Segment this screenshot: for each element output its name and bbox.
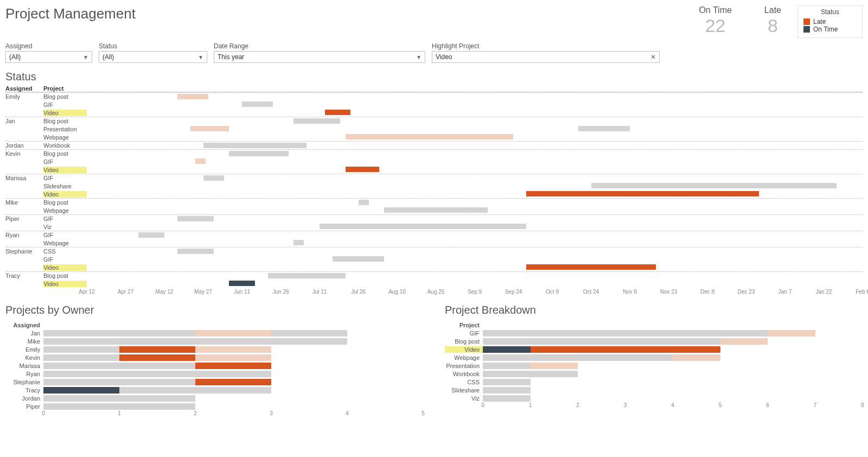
bar-segment[interactable] xyxy=(195,346,271,353)
bar-segment[interactable] xyxy=(119,387,271,393)
gantt-project-cell: Blog post xyxy=(43,118,87,124)
gantt-bar[interactable] xyxy=(346,134,514,139)
gantt-bar[interactable] xyxy=(177,94,208,99)
gantt-row: GIF xyxy=(5,157,863,166)
bar-segment[interactable] xyxy=(720,338,768,345)
gantt-bar[interactable] xyxy=(578,126,630,131)
bar-segment[interactable] xyxy=(483,354,673,361)
gantt-bar[interactable] xyxy=(177,216,214,221)
bar-row: Blog post xyxy=(445,337,863,345)
bar-segment[interactable] xyxy=(195,354,271,361)
gantt-bar[interactable] xyxy=(346,167,379,172)
bar-row: Ryan xyxy=(5,370,423,378)
bar-segment[interactable] xyxy=(531,363,578,369)
bar-segment[interactable] xyxy=(43,387,119,393)
bar-segment[interactable] xyxy=(673,354,720,361)
bar-segment[interactable] xyxy=(43,371,271,377)
axis-tick: Oct 9 xyxy=(546,289,559,295)
gantt-bar[interactable] xyxy=(526,264,655,270)
bar-row: Viz xyxy=(445,394,863,402)
filter-status-select[interactable]: (All) ▼ xyxy=(99,51,207,63)
projects-by-owner-chart[interactable]: Assigned JanMikeEmilyKevinMarissaRyanSte… xyxy=(5,319,423,420)
gantt-project-cell: Viz xyxy=(43,224,87,230)
chevron-down-icon: ▼ xyxy=(83,54,88,60)
projects-by-owner-title: Projects by Owner xyxy=(5,299,423,319)
bar-row-label: Ryan xyxy=(5,371,43,377)
bar-segment[interactable] xyxy=(43,379,195,385)
gantt-bar[interactable] xyxy=(195,158,206,164)
bar-segment[interactable] xyxy=(195,330,271,337)
bar-segment[interactable] xyxy=(531,346,720,353)
filter-assigned-select[interactable]: (All) ▼ xyxy=(5,51,92,63)
clear-icon[interactable]: ✕ xyxy=(650,53,656,61)
gantt-bar[interactable] xyxy=(229,151,289,156)
gantt-project-cell: Webpage xyxy=(43,134,87,141)
gantt-bar[interactable] xyxy=(268,273,346,278)
bar-segment[interactable] xyxy=(43,346,119,353)
gantt-bar[interactable] xyxy=(359,200,369,205)
gantt-bar[interactable] xyxy=(242,101,273,107)
filter-assigned-value: (All) xyxy=(9,53,21,61)
bar-row-label: Piper xyxy=(5,403,43,410)
gantt-project-cell: GIF xyxy=(43,215,87,222)
bar-row-zone xyxy=(483,338,863,345)
bar-segment[interactable] xyxy=(483,346,531,353)
gantt-bar[interactable] xyxy=(293,118,340,124)
bar-row-label: Stephanie xyxy=(5,379,43,385)
bar-segment[interactable] xyxy=(483,338,720,345)
project-breakdown-chart[interactable]: Project GIFBlog postVideoWebpagePresenta… xyxy=(445,319,863,412)
bar-segment[interactable] xyxy=(483,371,578,377)
bar-segment[interactable] xyxy=(43,354,119,361)
bar-segment[interactable] xyxy=(43,338,347,345)
bar-row: Video xyxy=(445,345,863,353)
gantt-bar[interactable] xyxy=(325,110,351,115)
gantt-assigned-cell: Mike xyxy=(5,199,43,206)
filter-highlight-input[interactable]: Video ✕ xyxy=(432,51,660,63)
gantt-bar[interactable] xyxy=(293,240,304,245)
bar-row-zone xyxy=(43,371,423,377)
bar-row-zone xyxy=(483,395,863,402)
bar-row-zone xyxy=(43,387,423,393)
bar-segment[interactable] xyxy=(119,346,195,353)
gantt-bar[interactable] xyxy=(190,126,229,131)
gantt-bar[interactable] xyxy=(138,232,164,238)
bar-segment[interactable] xyxy=(483,395,531,402)
bar-row-label: Mike xyxy=(5,338,43,345)
axis-tick: 2 xyxy=(194,410,197,416)
gantt-bar[interactable] xyxy=(229,281,255,286)
gantt-bar-zone xyxy=(87,133,863,141)
bar-segment[interactable] xyxy=(43,330,195,337)
bar-segment[interactable] xyxy=(43,395,195,402)
gantt-bar[interactable] xyxy=(203,143,307,148)
legend-item[interactable]: On Time xyxy=(803,26,857,33)
bar-segment[interactable] xyxy=(195,363,271,369)
gantt-project-cell: CSS xyxy=(43,248,87,255)
bar-segment[interactable] xyxy=(271,330,347,337)
bar-segment[interactable] xyxy=(768,330,815,337)
bar-segment[interactable] xyxy=(43,403,195,410)
bar-row: Workbook xyxy=(445,370,863,378)
filter-status-label: Status xyxy=(99,42,207,50)
gantt-bar[interactable] xyxy=(384,207,488,213)
bar-segment[interactable] xyxy=(195,379,271,385)
gantt-bar-zone xyxy=(87,157,863,166)
bar-row: Mike xyxy=(5,337,423,345)
gantt-bar[interactable] xyxy=(320,224,526,229)
gantt-bar[interactable] xyxy=(177,249,214,254)
bar-segment[interactable] xyxy=(483,363,531,369)
gantt-row: Webpage xyxy=(5,206,863,214)
gantt-bar[interactable] xyxy=(203,175,224,181)
filter-daterange-select[interactable]: This year ▼ xyxy=(214,51,425,63)
legend-item[interactable]: Late xyxy=(803,18,857,26)
bar-segment[interactable] xyxy=(483,330,768,337)
gantt-chart[interactable]: Assigned Project EmilyBlog postGIFVideoJ… xyxy=(0,85,868,299)
bar-segment[interactable] xyxy=(483,387,531,393)
axis-tick: 3 xyxy=(624,402,627,408)
gantt-bar[interactable] xyxy=(333,256,384,262)
filter-status-value: (All) xyxy=(103,53,114,61)
bar-segment[interactable] xyxy=(483,379,531,385)
bar-segment[interactable] xyxy=(43,363,195,369)
gantt-bar[interactable] xyxy=(526,191,759,196)
bar-segment[interactable] xyxy=(119,354,195,361)
gantt-bar[interactable] xyxy=(591,183,837,188)
